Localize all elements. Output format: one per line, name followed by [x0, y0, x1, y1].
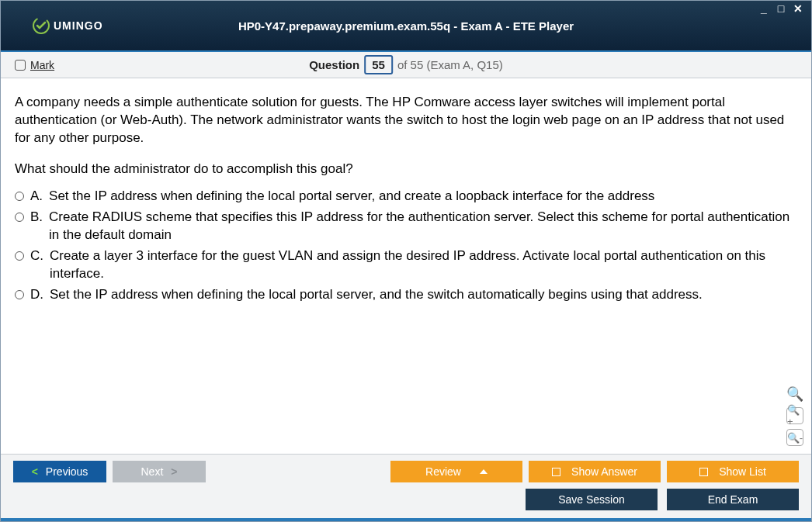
previous-label: Previous: [46, 465, 88, 478]
window-controls: _ □ ✕: [757, 4, 805, 15]
option-d[interactable]: D. Set the IP address when defining the …: [15, 286, 797, 304]
window-title: HP0-Y47.prepaway.premium.exam.55q - Exam…: [238, 19, 574, 33]
end-exam-label: End Exam: [708, 493, 758, 506]
option-text: Create a layer 3 interface for the guest…: [50, 247, 797, 283]
option-text: Set the IP address when defining the loc…: [50, 286, 703, 304]
chevron-up-icon: [480, 469, 488, 474]
maximize-button[interactable]: □: [774, 4, 788, 15]
bottom-accent-bar: [1, 518, 811, 521]
footer: < Previous Next > Review Show Answer Sho…: [1, 454, 811, 518]
radio-c[interactable]: [15, 251, 24, 261]
chevron-right-icon: >: [171, 465, 177, 478]
close-button[interactable]: ✕: [791, 4, 805, 15]
logo: UMINGO: [32, 16, 103, 35]
footer-row-1: < Previous Next > Review Show Answer Sho…: [13, 461, 799, 482]
question-of-label: of 55 (Exam A, Q15): [397, 58, 503, 71]
save-session-button[interactable]: Save Session: [526, 489, 658, 510]
review-button[interactable]: Review: [390, 461, 522, 482]
chevron-left-icon: <: [32, 465, 38, 478]
question-content: A company needs a simple authenticate so…: [1, 78, 811, 454]
show-answer-label: Show Answer: [571, 465, 637, 478]
question-counter: Question 55 of 55 (Exam A, Q15): [309, 55, 503, 74]
zoom-in-button[interactable]: 🔍+: [786, 407, 803, 424]
review-label: Review: [425, 465, 461, 478]
logo-text: UMINGO: [54, 19, 103, 32]
show-list-button[interactable]: Show List: [667, 461, 799, 482]
checkbox-icon: [552, 468, 560, 476]
option-c[interactable]: C. Create a layer 3 interface for the gu…: [15, 247, 797, 283]
mark-label[interactable]: Mark: [30, 59, 54, 71]
question-stem: A company needs a simple authenticate so…: [15, 94, 797, 147]
title-bar: UMINGO HP0-Y47.prepaway.premium.exam.55q…: [1, 1, 811, 52]
checkbox-icon: [699, 468, 708, 476]
question-number[interactable]: 55: [364, 55, 393, 74]
show-list-label: Show List: [719, 465, 766, 478]
zoom-out-button[interactable]: 🔍-: [786, 429, 803, 446]
app-window: UMINGO HP0-Y47.prepaway.premium.exam.55q…: [0, 0, 812, 522]
radio-d[interactable]: [15, 290, 24, 299]
mark-checkbox[interactable]: [15, 60, 26, 71]
logo-icon: [32, 16, 50, 35]
option-letter: A.: [30, 188, 43, 206]
next-button[interactable]: Next >: [113, 461, 206, 482]
option-letter: B.: [30, 209, 43, 226]
options-list: A. Set the IP address when defining the …: [15, 188, 797, 304]
toolbar: Mark Question 55 of 55 (Exam A, Q15): [1, 52, 811, 78]
minimize-button[interactable]: _: [757, 4, 771, 15]
previous-button[interactable]: < Previous: [13, 461, 106, 482]
radio-b[interactable]: [15, 213, 24, 222]
question-label: Question: [309, 58, 359, 71]
save-session-label: Save Session: [558, 493, 625, 506]
question-prompt: What should the administrator do to acco…: [15, 161, 797, 177]
footer-row-2: Save Session End Exam: [13, 489, 799, 510]
option-text: Create RADIUS scheme that specifies this…: [49, 209, 797, 244]
show-answer-button[interactable]: Show Answer: [529, 461, 661, 482]
search-icon[interactable]: 🔍: [786, 385, 803, 403]
radio-a[interactable]: [15, 192, 24, 201]
end-exam-button[interactable]: End Exam: [667, 489, 799, 510]
zoom-tools: 🔍 🔍+ 🔍-: [786, 385, 803, 446]
option-letter: C.: [30, 247, 43, 265]
next-label: Next: [141, 465, 164, 478]
option-b[interactable]: B. Create RADIUS scheme that specifies t…: [15, 209, 797, 244]
option-a[interactable]: A. Set the IP address when defining the …: [15, 188, 797, 206]
option-text: Set the IP address when defining the loc…: [49, 188, 654, 206]
option-letter: D.: [30, 286, 43, 304]
